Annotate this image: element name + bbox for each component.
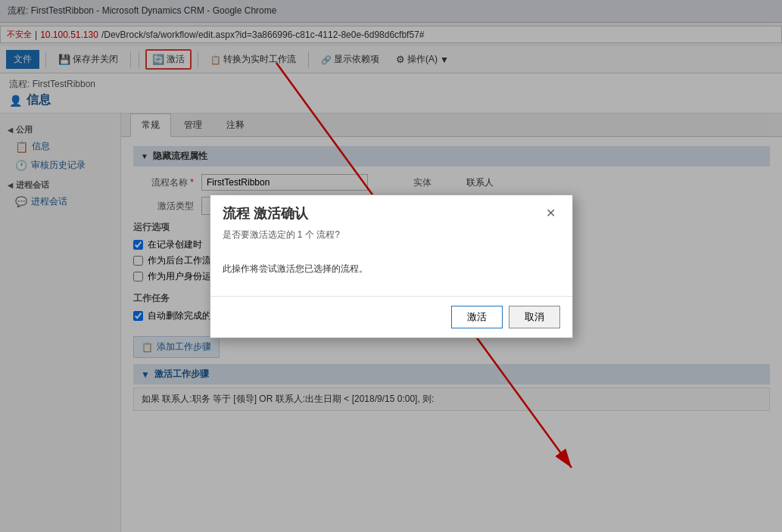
dialog-close-button[interactable]: ✕: [541, 204, 560, 222]
dialog-overlay: 流程 激活确认 ✕ 是否要激活选定的 1 个 流程? 此操作将尝试激活您已选择的…: [0, 0, 782, 532]
dialog-activate-button[interactable]: 激活: [451, 306, 503, 328]
dialog-titlebar: 流程 激活确认 ✕: [210, 195, 572, 229]
activation-dialog: 流程 激活确认 ✕ 是否要激活选定的 1 个 流程? 此操作将尝试激活您已选择的…: [210, 194, 573, 338]
dialog-subtitle: 是否要激活选定的 1 个 流程?: [210, 229, 572, 250]
dialog-footer: 激活 取消: [210, 296, 572, 338]
dialog-cancel-button[interactable]: 取消: [509, 306, 560, 328]
dialog-body: 此操作将尝试激活您已选择的流程。: [210, 250, 572, 296]
dialog-title: 流程 激活确认: [223, 204, 308, 222]
